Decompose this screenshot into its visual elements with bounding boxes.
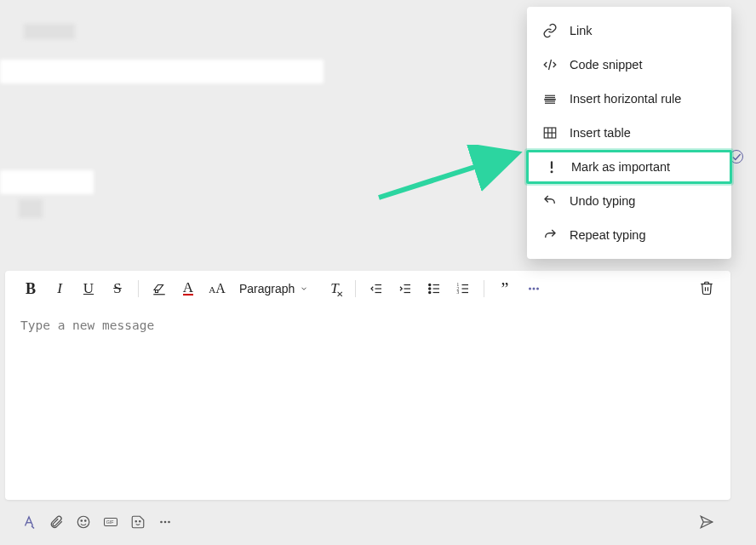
menu-item-horizontal-rule[interactable]: Insert horizontal rule: [527, 82, 731, 116]
format-more-menu: Link Code snippet Insert horizontal rule: [527, 7, 731, 259]
menu-item-label: Insert horizontal rule: [570, 92, 681, 106]
indent-button[interactable]: [392, 275, 419, 302]
clear-formatting-button[interactable]: T✕: [321, 275, 348, 302]
gif-icon: GIF: [103, 514, 118, 530]
svg-point-23: [429, 288, 431, 290]
format-toggle-button[interactable]: [15, 508, 43, 536]
svg-point-43: [140, 521, 141, 523]
italic-icon: I: [57, 280, 62, 297]
menu-item-link[interactable]: Link: [527, 14, 731, 48]
table-icon: [542, 125, 558, 141]
svg-text:GIF: GIF: [106, 519, 114, 525]
strikethrough-button[interactable]: S: [104, 275, 131, 302]
svg-line-2: [549, 60, 552, 70]
svg-point-39: [85, 520, 87, 522]
svg-point-33: [529, 288, 531, 290]
svg-point-38: [81, 520, 83, 522]
attach-button[interactable]: [43, 508, 70, 536]
outdent-icon: [369, 281, 384, 296]
numbered-list-button[interactable]: 1 2 3: [450, 275, 477, 302]
trash-icon: [699, 280, 714, 295]
annotation-arrow: [375, 145, 528, 204]
clear-format-icon: T✕: [330, 280, 338, 297]
bullet-list-icon: [427, 281, 442, 296]
svg-point-45: [164, 521, 167, 524]
ellipsis-icon: [158, 514, 173, 530]
svg-point-13: [551, 170, 553, 173]
svg-point-42: [135, 521, 137, 523]
menu-item-label: Undo typing: [570, 194, 635, 208]
font-color-icon: A: [183, 282, 193, 295]
compose-actions-bar: GIF: [5, 507, 730, 537]
font-size-button[interactable]: AA: [203, 275, 231, 302]
quote-icon: ”: [501, 284, 509, 293]
send-button[interactable]: [693, 508, 720, 536]
separator: [138, 280, 139, 297]
sticker-icon: [130, 514, 146, 530]
message-input[interactable]: [5, 307, 730, 477]
svg-point-25: [429, 291, 431, 293]
separator: [355, 280, 356, 297]
svg-point-37: [77, 516, 89, 528]
menu-item-code-snippet[interactable]: Code snippet: [527, 48, 731, 82]
svg-point-35: [536, 288, 539, 290]
menu-item-label: Link: [570, 24, 593, 37]
redo-icon: [542, 227, 558, 243]
compose-box: B I U S A AA Paragraph T✕: [5, 271, 730, 500]
svg-rect-12: [551, 161, 553, 169]
menu-item-undo[interactable]: Undo typing: [527, 184, 731, 218]
menu-item-label: Code snippet: [570, 58, 642, 72]
sticker-button[interactable]: [124, 508, 152, 536]
menu-item-redo[interactable]: Repeat typing: [527, 218, 731, 252]
format-icon: [21, 514, 37, 530]
emoji-button[interactable]: [70, 508, 97, 536]
menu-item-label: Repeat typing: [570, 228, 645, 242]
undo-icon: [542, 193, 558, 209]
separator: [484, 280, 484, 297]
underline-icon: U: [83, 280, 94, 297]
important-icon: [544, 159, 559, 175]
delete-button[interactable]: [693, 274, 720, 301]
send-icon: [699, 514, 714, 530]
italic-button[interactable]: I: [46, 275, 73, 302]
highlight-icon: [152, 281, 167, 296]
outdent-button[interactable]: [363, 275, 390, 302]
svg-text:3: 3: [457, 290, 460, 295]
quote-button[interactable]: ”: [491, 275, 518, 302]
link-icon: [542, 23, 558, 38]
font-color-button[interactable]: A: [175, 275, 202, 302]
bullet-list-button[interactable]: [421, 275, 448, 302]
numbered-list-icon: 1 2 3: [455, 281, 471, 296]
paragraph-label: Paragraph: [239, 282, 295, 295]
code-icon: [542, 57, 558, 72]
menu-item-label: Insert table: [570, 126, 631, 140]
more-format-button[interactable]: [520, 275, 547, 302]
bold-icon: B: [26, 280, 36, 298]
paperclip-icon: [49, 514, 64, 530]
menu-item-mark-important[interactable]: Mark as important: [526, 150, 732, 184]
strikethrough-icon: S: [113, 280, 121, 297]
more-actions-button[interactable]: [152, 508, 179, 536]
chevron-down-icon: [300, 284, 308, 293]
svg-point-21: [429, 284, 431, 285]
emoji-icon: [76, 514, 91, 530]
indent-icon: [398, 281, 413, 296]
horizontal-rule-icon: [542, 91, 558, 106]
font-size-icon: AA: [209, 280, 226, 297]
svg-line-1: [379, 153, 518, 198]
ellipsis-icon: [526, 281, 541, 296]
svg-point-44: [160, 521, 163, 524]
svg-point-46: [168, 521, 170, 524]
paragraph-style-select[interactable]: Paragraph: [232, 275, 319, 302]
menu-item-insert-table[interactable]: Insert table: [527, 116, 731, 150]
underline-button[interactable]: U: [75, 275, 102, 302]
gif-button[interactable]: GIF: [97, 508, 124, 536]
menu-item-label: Mark as important: [571, 160, 670, 174]
bold-button[interactable]: B: [17, 275, 44, 302]
format-toolbar: B I U S A AA Paragraph T✕: [5, 271, 730, 307]
highlight-button[interactable]: [146, 275, 173, 302]
svg-point-34: [533, 288, 536, 290]
